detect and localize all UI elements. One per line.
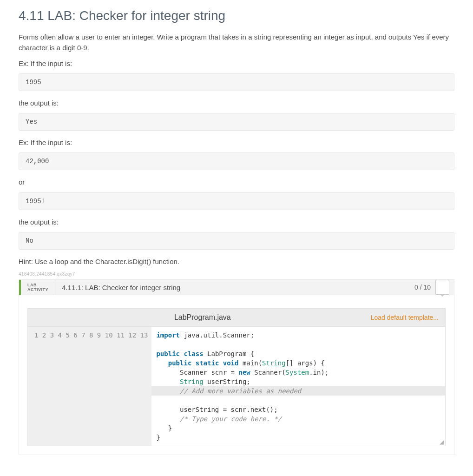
code-text: [] args) { xyxy=(286,359,325,367)
comment-line: // Add more variables as needed xyxy=(156,387,301,395)
example1-input: 1995 xyxy=(19,73,454,91)
code-area[interactable]: import java.util.Scanner; public class L… xyxy=(151,327,445,446)
lab-activity-header: LAB ACTIVITY 4.11.1: LAB: Checker for in… xyxy=(19,280,454,295)
kw-static: static xyxy=(196,359,219,367)
lab-activity-panel: LAB ACTIVITY 4.11.1: LAB: Checker for in… xyxy=(19,279,454,455)
example2-label: Ex: If the input is: xyxy=(19,137,454,148)
lab-activity-tag: LAB ACTIVITY xyxy=(21,280,55,295)
intro-text: Forms often allow a user to enter an int… xyxy=(19,32,454,53)
example2-output: No xyxy=(19,232,454,250)
lab-tag-line1: LAB xyxy=(27,283,48,287)
editor-filename: LabProgram.java xyxy=(34,313,371,322)
editor-header: LabProgram.java Load default template... xyxy=(27,308,446,326)
kw-import: import xyxy=(156,331,180,339)
example1-output: Yes xyxy=(19,113,454,131)
type-system: System xyxy=(286,369,309,376)
bookmark-icon[interactable] xyxy=(435,280,449,295)
load-default-template-link[interactable]: Load default template... xyxy=(371,314,439,321)
code-text: } xyxy=(156,424,172,432)
code-text: userString = scnr.next(); xyxy=(156,406,277,413)
example1-label: Ex: If the input is: xyxy=(19,58,454,69)
type-string: String xyxy=(180,378,204,385)
output-label-2: the output is: xyxy=(19,217,454,227)
or-label: or xyxy=(19,177,454,187)
code-text: java.util.Scanner; xyxy=(180,331,254,339)
lab-score-text: 0 / 10 xyxy=(414,284,431,291)
code-text: .in); xyxy=(309,369,328,376)
code-text: } xyxy=(156,434,160,441)
kw-public: public xyxy=(168,359,192,367)
example2-input-a: 42,000 xyxy=(19,152,454,170)
example2-input-b: 1995! xyxy=(19,192,454,210)
code-text: Scanner scnr = xyxy=(156,369,238,376)
code-text: LabProgram { xyxy=(204,350,255,357)
lab-score: 0 / 10 xyxy=(410,280,454,295)
kw-public: public xyxy=(156,350,180,357)
hint-text: Hint: Use a loop and the Character.isDig… xyxy=(19,256,454,267)
lab-activity-title: 4.11.1: LAB: Checker for integer string xyxy=(55,280,410,295)
kw-class: class xyxy=(184,350,203,357)
comment-line: /* Type your code here. */ xyxy=(156,415,282,423)
line-number-gutter: 1 2 3 4 5 6 7 8 9 10 11 12 13 xyxy=(28,327,151,446)
kw-void: void xyxy=(223,359,239,367)
type-string: String xyxy=(262,359,286,367)
code-text: Scanner( xyxy=(250,369,286,376)
lab-tag-line2: ACTIVITY xyxy=(27,287,48,292)
code-text: userString; xyxy=(204,378,250,385)
output-label-1: the output is: xyxy=(19,98,454,108)
code-editor[interactable]: 1 2 3 4 5 6 7 8 9 10 11 12 13 import jav… xyxy=(27,326,446,446)
code-text: main( xyxy=(238,359,262,367)
page-title: 4.11 LAB: Checker for integer string xyxy=(19,8,454,23)
kw-new: new xyxy=(238,369,250,376)
resource-id: 418408.2441854.qx3zqy7 xyxy=(19,271,454,277)
